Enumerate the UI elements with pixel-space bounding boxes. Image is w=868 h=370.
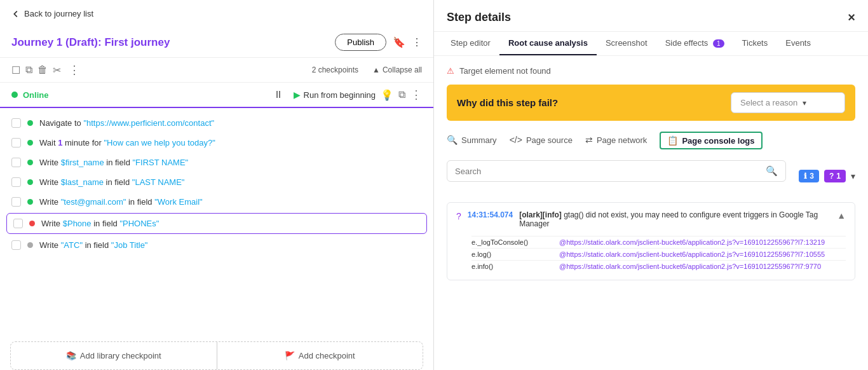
toolbar-more-icon[interactable]: ⋮	[69, 63, 80, 77]
cut-icon[interactable]: ✂	[53, 64, 61, 76]
bulb-icon[interactable]: 💡	[381, 89, 393, 101]
search-icon: 🔍	[766, 165, 778, 177]
toolbar: ☐ ⧉ 🗑 ✂ ⋮ 2 checkpoints ▲ Collapse all	[0, 58, 433, 83]
log-entry-header: ? 14:31:54.074 [olark][info] gtag() did …	[447, 203, 855, 236]
tab-step-editor[interactable]: Step editor	[442, 32, 499, 55]
step-write-lastname[interactable]: Write $last_name in field "LAST NAME"	[0, 172, 433, 192]
collapse-all-button[interactable]: ▲ Collapse all	[372, 65, 422, 74]
reason-select[interactable]: Select a reason ▾	[731, 92, 845, 113]
filter-chevron-icon[interactable]: ▾	[851, 171, 855, 181]
log-url: @https://static.olark.com/jsclient-bucke…	[559, 250, 825, 258]
flag-icon: 🚩	[285, 351, 295, 360]
more-options-icon[interactable]: ⋮	[412, 36, 422, 48]
info-icon: ℹ	[804, 172, 807, 181]
back-label: Back to journey list	[24, 9, 93, 18]
back-button[interactable]: Back to journey list	[0, 0, 433, 27]
warn-filter-pill[interactable]: ? 1	[824, 170, 846, 182]
split-view-icon[interactable]: ⧉	[398, 89, 405, 100]
subtab-summary[interactable]: 🔍 Summary	[447, 131, 497, 150]
collapse-arrow-icon: ▲	[372, 65, 380, 74]
error-text: Target element not found	[459, 66, 551, 76]
step-text: Write "test@gmail.com" in field "Work Em…	[39, 197, 203, 207]
step-write-jobtitle[interactable]: Write "ATC" in field "Job Title"	[0, 235, 433, 255]
reason-chevron-icon: ▾	[803, 99, 806, 107]
step-checkbox[interactable]	[11, 177, 21, 187]
tab-side-effects[interactable]: Side effects 1	[656, 32, 733, 55]
log-timestamp: 14:31:54.074	[468, 210, 513, 219]
publish-button[interactable]: Publish	[335, 34, 386, 51]
step-checkbox[interactable]	[11, 197, 21, 207]
delete-icon[interactable]: 🗑	[37, 64, 48, 76]
run-bar: Online ⏸ ▶ Run from beginning 💡 ⧉ ⋮	[0, 83, 433, 108]
pause-button[interactable]: ⏸	[273, 89, 283, 100]
tab-tickets[interactable]: Tickets	[733, 32, 777, 55]
journey-title: Journey 1 (Draft): First journey	[11, 36, 335, 49]
step-status-dot	[27, 242, 33, 248]
close-button[interactable]: ×	[848, 10, 855, 25]
online-indicator	[11, 92, 18, 98]
step-status-dot	[27, 179, 33, 185]
log-function-name: e.info()	[471, 263, 554, 270]
search-input[interactable]	[455, 167, 761, 176]
step-checkbox[interactable]	[11, 118, 21, 128]
add-library-checkpoint-button[interactable]: 📚 Add library checkpoint	[11, 342, 217, 369]
step-checkbox[interactable]	[11, 138, 21, 147]
add-buttons-row: 📚 Add library checkpoint 🚩 Add checkpoin…	[10, 341, 423, 370]
duplicate-icon[interactable]: ⧉	[25, 64, 32, 76]
bookmark-icon[interactable]: 🔖	[393, 36, 405, 48]
subtab-page-console[interactable]: 📋 Page console logs	[660, 132, 762, 149]
left-panel: Back to journey list Journey 1 (Draft): …	[0, 0, 434, 370]
checkbox-icon[interactable]: ☐	[11, 64, 20, 76]
log-warn-icon: ?	[456, 211, 461, 221]
log-message: [olark][info] gtag() did not exist, you …	[519, 210, 831, 228]
panel-header: Step details ×	[434, 0, 868, 32]
step-text: Wait 1 minute for "How can we help you t…	[39, 138, 215, 147]
log-entry: ? 14:31:54.074 [olark][info] gtag() did …	[447, 202, 855, 280]
step-status-dot	[27, 140, 33, 146]
search-bar: 🔍	[447, 160, 786, 182]
step-write-email[interactable]: Write "test@gmail.com" in field "Work Em…	[0, 192, 433, 212]
step-checkbox[interactable]	[13, 219, 23, 228]
log-collapse-icon[interactable]: ▲	[837, 210, 846, 221]
summary-icon: 🔍	[447, 135, 458, 145]
tab-events[interactable]: Events	[776, 32, 820, 55]
info-filter-pill[interactable]: ℹ 3	[799, 170, 819, 182]
tab-screenshot[interactable]: Screenshot	[597, 32, 656, 55]
step-navigate[interactable]: Navigate to "https://www.perficient.com/…	[0, 113, 433, 133]
step-text: Write $Phone in field "PHONEs"	[41, 219, 159, 228]
pause-icon: ⏸	[273, 89, 283, 100]
step-checkbox[interactable]	[11, 240, 21, 250]
library-icon: 📚	[66, 351, 76, 360]
log-function-name: e.log()	[471, 250, 554, 258]
error-icon: ⚠	[447, 66, 454, 76]
run-button[interactable]: ▶ Run from beginning	[294, 90, 376, 100]
journey-header: Journey 1 (Draft): First journey Publish…	[0, 27, 433, 58]
subtab-page-network[interactable]: ⇄ Page network	[585, 131, 648, 150]
step-text: Write "ATC" in field "Job Title"	[39, 240, 147, 250]
step-text: Navigate to "https://www.perficient.com/…	[39, 118, 214, 128]
add-checkpoint-button[interactable]: 🚩 Add checkpoint	[217, 342, 423, 369]
step-write-phone[interactable]: Write $Phone in field "PHONEs"	[6, 213, 427, 234]
step-write-firstname[interactable]: Write $first_name in field "FIRST NAME"	[0, 153, 433, 172]
error-banner: ⚠ Target element not found	[447, 66, 855, 76]
panel-title: Step details	[447, 11, 848, 24]
panel-body: ⚠ Target element not found Why did this …	[434, 56, 868, 370]
reason-placeholder: Select a reason	[740, 98, 797, 107]
log-stack-row: e.log() @https://static.olark.com/jsclie…	[471, 248, 846, 260]
step-checkbox[interactable]	[11, 158, 21, 167]
run-more-icon[interactable]: ⋮	[410, 88, 422, 102]
filter-pills: ℹ 3 ? 1 ▾	[799, 170, 855, 182]
log-stack-row: e._logToConsole() @https://static.olark.…	[471, 236, 846, 248]
step-wait[interactable]: Wait 1 minute for "How can we help you t…	[0, 133, 433, 153]
online-label: Online	[23, 90, 48, 100]
log-function-name: e._logToConsole()	[471, 238, 554, 246]
fail-question: Why did this step fail?	[457, 97, 723, 108]
step-status-dot	[27, 199, 33, 205]
tab-root-cause[interactable]: Root cause analysis	[499, 32, 597, 55]
log-url: @https://static.olark.com/jsclient-bucke…	[559, 263, 821, 270]
subtab-page-source[interactable]: </> Page source	[510, 131, 573, 150]
checkpoints-info: 2 checkpoints	[312, 65, 358, 74]
step-status-dot	[29, 221, 35, 226]
network-icon: ⇄	[585, 135, 593, 145]
step-status-dot	[27, 120, 33, 126]
